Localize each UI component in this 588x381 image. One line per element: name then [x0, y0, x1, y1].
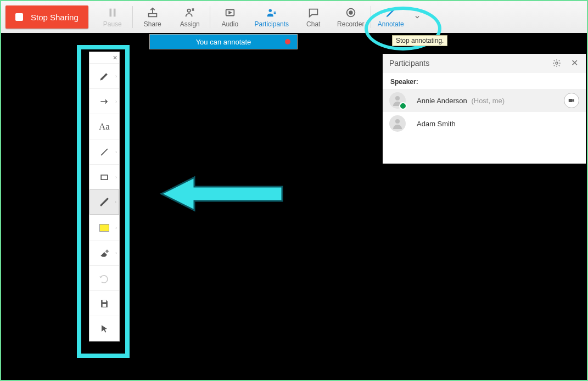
participants-panel: Participants ✕ Speaker: Annie Anderson (… — [383, 54, 586, 164]
palette-close-button[interactable]: ✕ — [89, 52, 119, 63]
svg-point-14 — [395, 119, 400, 124]
chevron-right-icon: › — [115, 250, 117, 256]
participants-icon — [266, 7, 278, 19]
main-toolbar: Stop Sharing Pause Share Assign Audio Pa… — [1, 1, 587, 33]
pause-button: Pause — [94, 1, 131, 33]
presenter-badge-icon — [399, 102, 407, 110]
text-tool[interactable]: Aa — [89, 114, 119, 139]
chat-icon — [307, 7, 320, 19]
camera-icon — [568, 97, 575, 104]
svg-point-5 — [268, 9, 272, 12]
assign-icon — [184, 7, 196, 19]
svg-rect-8 — [101, 175, 108, 179]
annotate-button[interactable]: Annotate — [372, 1, 410, 33]
recorder-icon — [345, 7, 357, 19]
rectangle-tool[interactable]: › — [89, 164, 119, 189]
line-tool[interactable]: › — [89, 139, 119, 164]
notification-bar: You can annotate — [149, 34, 298, 49]
annotation-palette: ✕ › › Aa › › › › › — [89, 52, 120, 341]
share-icon — [147, 7, 159, 19]
recorder-label: Recorder — [337, 20, 364, 28]
chevron-right-icon: › — [115, 74, 117, 79]
pointer-icon — [99, 323, 110, 334]
avatar — [389, 92, 406, 109]
chevron-down-icon — [414, 14, 421, 20]
svg-point-11 — [556, 62, 558, 64]
undo-tool[interactable] — [89, 265, 119, 290]
share-label: Share — [144, 20, 161, 28]
pause-label: Pause — [103, 20, 122, 28]
more-dropdown[interactable] — [410, 1, 425, 33]
stop-sharing-button[interactable]: Stop Sharing — [5, 5, 88, 29]
chevron-right-icon: › — [115, 225, 117, 231]
audio-label: Audio — [221, 20, 238, 28]
chevron-right-icon: › — [115, 199, 116, 205]
arrow-icon — [99, 96, 110, 107]
participant-name: Adam Smith — [417, 120, 579, 128]
svg-rect-0 — [109, 8, 111, 16]
chevron-right-icon: › — [115, 149, 117, 155]
settings-button[interactable] — [552, 58, 562, 68]
recording-dot-icon — [285, 39, 290, 44]
annotate-label: Annotate — [378, 20, 404, 28]
recorder-button[interactable]: Recorder — [332, 1, 369, 33]
stop-sharing-label: Stop Sharing — [31, 13, 79, 22]
close-icon: ✕ — [571, 58, 578, 68]
line-icon — [99, 147, 110, 158]
participants-title: Participants — [389, 59, 544, 68]
participant-sub-text: (Host, me) — [471, 97, 505, 105]
participant-row[interactable]: Annie Anderson (Host, me) — [383, 89, 586, 112]
gear-icon — [552, 59, 561, 68]
eraser-icon — [99, 248, 110, 259]
svg-rect-9 — [103, 300, 107, 302]
participant-row[interactable]: Adam Smith — [383, 112, 586, 135]
assign-label: Assign — [180, 20, 200, 28]
undo-icon — [99, 273, 110, 284]
divider — [371, 6, 371, 28]
annotate-icon — [385, 7, 397, 19]
annotation-arrow — [156, 175, 288, 213]
share-button[interactable]: Share — [134, 1, 171, 33]
rectangle-icon — [99, 172, 110, 183]
svg-rect-2 — [148, 13, 156, 16]
svg-point-3 — [187, 9, 191, 12]
chat-button[interactable]: Chat — [295, 1, 332, 33]
participant-name-text: Adam Smith — [417, 120, 456, 128]
divider — [210, 6, 210, 28]
svg-rect-13 — [569, 99, 573, 102]
participant-name-text: Annie Anderson — [417, 97, 467, 105]
camera-button[interactable] — [564, 93, 579, 108]
close-icon: ✕ — [113, 54, 117, 61]
svg-rect-1 — [114, 8, 116, 16]
chat-label: Chat — [306, 20, 320, 28]
save-icon — [99, 298, 110, 309]
divider — [132, 6, 133, 28]
assign-button[interactable]: Assign — [171, 1, 209, 33]
participants-button[interactable]: Participants — [249, 1, 295, 33]
svg-rect-10 — [103, 304, 107, 306]
color-tool[interactable]: › — [89, 215, 119, 240]
arrow-tool[interactable]: › — [89, 88, 119, 114]
stop-icon — [15, 13, 23, 21]
pen-icon — [99, 71, 110, 82]
avatar — [389, 115, 406, 132]
annotate-tooltip: Stop annotating. — [392, 35, 447, 46]
tooltip-text: Stop annotating. — [396, 37, 444, 44]
color-swatch-icon — [99, 224, 109, 232]
notification-text: You can annotate — [196, 38, 251, 46]
audio-button[interactable]: Audio — [211, 1, 249, 33]
eraser-tool[interactable]: › — [89, 240, 119, 265]
pen-tool[interactable]: › — [89, 63, 119, 88]
highlighter-icon — [99, 197, 110, 208]
svg-point-7 — [349, 11, 352, 14]
pointer-tool[interactable] — [89, 316, 119, 341]
participants-header: Participants ✕ — [383, 54, 586, 72]
participant-name: Annie Anderson (Host, me) — [417, 97, 564, 105]
chevron-right-icon: › — [115, 175, 117, 180]
highlighter-tool[interactable]: › — [89, 189, 119, 215]
text-icon: Aa — [99, 121, 110, 132]
pause-icon — [107, 7, 119, 19]
close-panel-button[interactable]: ✕ — [569, 58, 579, 68]
save-tool[interactable] — [89, 290, 119, 316]
chevron-right-icon: › — [115, 99, 117, 104]
